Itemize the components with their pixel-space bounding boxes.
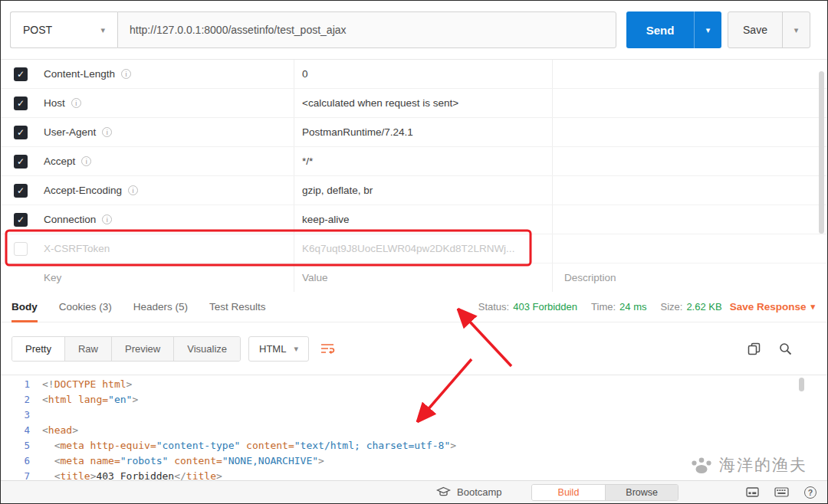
header-checkbox[interactable]: ✓ — [14, 97, 28, 110]
bootcamp-button[interactable]: Bootcamp — [436, 486, 502, 498]
header-checkbox[interactable]: ✓ — [14, 155, 28, 169]
header-description-cell[interactable] — [553, 89, 827, 117]
wrap-lines-button[interactable] — [320, 342, 335, 355]
new-header-value-cell[interactable]: Value — [294, 263, 553, 292]
line-number: 5 — [1, 438, 42, 453]
header-description-cell[interactable] — [553, 118, 827, 146]
header-checkbox[interactable]: ✓ — [14, 126, 28, 139]
tab-headers[interactable]: Headers (5) — [133, 292, 188, 322]
header-key-cell[interactable]: X-CSRFToken — [44, 234, 294, 263]
header-value: <calculated when request is sent> — [302, 97, 458, 109]
copy-button[interactable] — [748, 342, 761, 355]
header-row: ✓ Accept-Encodingi gzip, deflate, br — [1, 176, 827, 205]
view-raw[interactable]: Raw — [65, 337, 112, 361]
view-visualize[interactable]: Visualize — [174, 337, 240, 361]
send-label[interactable]: Send — [626, 11, 694, 48]
status-value: 403 Forbidden — [513, 301, 577, 313]
header-key: X-CSRFToken — [44, 243, 110, 254]
header-description-cell[interactable] — [553, 205, 827, 234]
save-options-button[interactable]: ▾ — [782, 12, 810, 47]
description-placeholder: Description — [564, 272, 616, 283]
console-button[interactable] — [746, 487, 759, 497]
graduation-cap-icon — [436, 486, 451, 498]
new-header-description-cell[interactable]: Description — [553, 263, 827, 292]
method-dropdown[interactable]: POST ▾ — [10, 11, 117, 48]
send-button[interactable]: Send ▾ — [626, 11, 721, 48]
code-line: 4<head> — [1, 423, 827, 438]
header-key-cell[interactable]: Accept-Encodingi — [44, 176, 294, 205]
header-description-cell[interactable] — [553, 176, 827, 205]
header-description-cell[interactable] — [553, 147, 827, 175]
header-key-cell[interactable]: Accepti — [44, 147, 294, 175]
header-row: ✓ Hosti <calculated when request is sent… — [1, 89, 827, 118]
header-row: ✓ User-Agenti PostmanRuntime/7.24.1 — [1, 118, 827, 147]
check-icon: ✓ — [17, 157, 25, 166]
tab-body[interactable]: Body — [12, 292, 38, 322]
time-value: 24 ms — [619, 301, 646, 313]
header-key: Connection — [44, 214, 96, 225]
check-icon: ✓ — [17, 70, 25, 79]
header-key: Content-Length — [44, 68, 115, 80]
header-checkbox[interactable]: ✓ — [14, 67, 28, 81]
build-tab[interactable]: Build — [532, 485, 606, 500]
view-pretty[interactable]: Pretty — [12, 337, 65, 361]
header-checkbox[interactable] — [14, 242, 28, 256]
code-line: 2<html lang="en"> — [1, 392, 827, 407]
build-browse-switch: Build Browse — [531, 484, 678, 501]
tab-test-results[interactable]: Test Results — [209, 292, 266, 322]
view-preview[interactable]: Preview — [112, 337, 174, 361]
help-button[interactable]: ? — [804, 486, 816, 499]
code-text: <title>403 Forbidden</title> — [42, 469, 222, 480]
copy-icon — [748, 342, 761, 355]
header-value-cell[interactable]: PostmanRuntime/7.24.1 — [294, 118, 553, 146]
tab-cookies[interactable]: Cookies (3) — [59, 292, 112, 322]
url-text: http://127.0.0.1:8000/assetinfo/test_pos… — [130, 24, 347, 36]
new-header-key-cell[interactable]: Key — [44, 263, 294, 292]
value-placeholder: Value — [302, 272, 328, 283]
shortcuts-button[interactable] — [774, 487, 789, 497]
header-value-cell[interactable]: keep-alive — [294, 205, 553, 234]
send-options-button[interactable]: ▾ — [694, 11, 721, 48]
header-key-cell[interactable]: Connectioni — [44, 205, 294, 234]
browse-tab[interactable]: Browse — [605, 485, 678, 500]
header-description-cell[interactable] — [553, 234, 827, 263]
info-icon: i — [102, 214, 112, 224]
format-dropdown[interactable]: HTML ▾ — [248, 336, 309, 362]
keyboard-icon — [774, 487, 789, 497]
header-value-cell[interactable]: gzip, deflate, br — [294, 176, 553, 205]
code-scrollbar-thumb[interactable] — [799, 378, 804, 391]
header-value-cell[interactable]: K6q7uqt9J8UocELWR04pw2DKd8T2LRNWj... — [294, 234, 553, 263]
chevron-down-icon: ▾ — [294, 344, 298, 354]
info-icon: i — [121, 69, 131, 79]
save-response-button[interactable]: Save Response ▾ — [730, 301, 815, 313]
header-value-cell[interactable]: <calculated when request is sent> — [294, 89, 553, 117]
header-key-cell[interactable]: Content-Lengthi — [44, 60, 294, 88]
header-value-cell[interactable]: */* — [294, 147, 553, 175]
help-icon: ? — [808, 488, 813, 497]
code-line: 1<!DOCTYPE html> — [1, 377, 827, 392]
save-button[interactable]: Save ▾ — [728, 11, 810, 48]
search-button[interactable] — [779, 342, 792, 355]
url-input[interactable]: http://127.0.0.1:8000/assetinfo/test_pos… — [117, 11, 616, 48]
table-scrollbar-thumb[interactable] — [819, 71, 824, 234]
save-label[interactable]: Save — [728, 12, 782, 47]
header-checkbox[interactable]: ✓ — [14, 184, 28, 198]
chevron-down-icon: ▾ — [794, 25, 799, 35]
header-key-cell[interactable]: User-Agenti — [44, 118, 294, 146]
header-checkbox[interactable]: ✓ — [14, 213, 28, 227]
code-text: <html lang="en"> — [42, 392, 138, 407]
console-icon — [746, 487, 759, 497]
header-key-cell[interactable]: Hosti — [44, 89, 294, 117]
header-description-cell[interactable] — [553, 60, 827, 88]
line-number: 4 — [1, 423, 42, 438]
header-row: ✓ Connectioni keep-alive — [1, 205, 827, 234]
check-icon: ✓ — [17, 215, 25, 224]
code-line: 5 <meta http-equiv="content-type" conten… — [1, 438, 827, 453]
header-value: PostmanRuntime/7.24.1 — [302, 126, 413, 138]
header-value-cell[interactable]: 0 — [294, 60, 553, 88]
code-text: <meta name="robots" content="NONE,NOARCH… — [42, 453, 324, 469]
new-header-row: Key Value Description — [1, 263, 827, 293]
watermark: 海洋的渔夫 — [690, 454, 807, 476]
watermark-text: 海洋的渔夫 — [719, 454, 807, 476]
header-value: 0 — [302, 68, 308, 80]
